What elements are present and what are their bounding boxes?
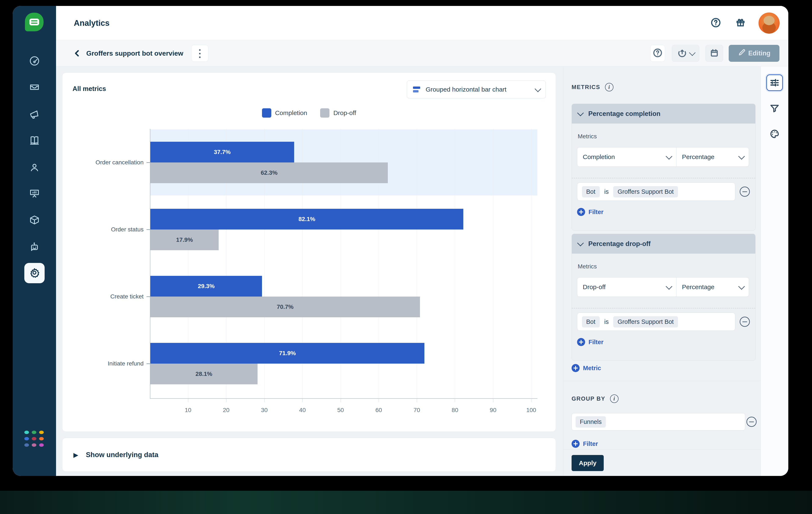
appearance-button[interactable]: [766, 126, 783, 143]
funnel-icon: [769, 103, 780, 114]
add-filter-link[interactable]: Filter: [577, 338, 604, 346]
bar-drop-off[interactable]: 17.9%: [150, 229, 219, 250]
sidebar-item-inbox[interactable]: [28, 81, 41, 94]
axis-tick: [531, 398, 531, 402]
sliders-icon: [769, 77, 780, 89]
date-range-button[interactable]: [705, 45, 723, 62]
add-filter-link[interactable]: Filter: [577, 208, 604, 216]
plus-circle-icon: [572, 440, 580, 448]
plus-circle-icon: [577, 208, 585, 216]
bar-drop-off[interactable]: 62.3%: [150, 163, 388, 183]
metrics-panel: METRICS i Percentage completion Metrics …: [563, 66, 761, 476]
back-button[interactable]: [72, 49, 82, 58]
remove-filter-button[interactable]: [740, 187, 750, 197]
bar-drop-off[interactable]: 28.1%: [150, 364, 258, 384]
show-underlying-data[interactable]: ▶ Show underlying data: [62, 438, 556, 472]
export-icon: [677, 48, 687, 59]
sidebar-item-reports[interactable]: [28, 187, 41, 200]
axis-tick: [226, 398, 227, 402]
report-menu-button[interactable]: [192, 45, 208, 62]
sidebar-item-contacts[interactable]: [28, 161, 41, 174]
avatar[interactable]: [758, 12, 780, 34]
page-title: Analytics: [74, 19, 110, 28]
bar-completion[interactable]: 29.3%: [150, 276, 262, 296]
bar-value-label: 37.7%: [150, 149, 294, 155]
group-by-value-chip[interactable]: Funnels: [576, 416, 606, 427]
metric-select[interactable]: Completion: [577, 147, 676, 167]
filter-field-chip[interactable]: Bot: [582, 316, 600, 327]
filter-field-chip[interactable]: Bot: [582, 186, 600, 197]
app-logo[interactable]: [25, 13, 44, 31]
editing-label: Editing: [748, 50, 770, 57]
aggregation-select[interactable]: Percentage: [676, 277, 749, 297]
chevron-down-icon: [577, 240, 584, 246]
category-tick: [147, 229, 150, 230]
gear-icon: [29, 267, 40, 279]
sidebar-item-settings[interactable]: [24, 263, 45, 283]
bar-completion[interactable]: 82.1%: [150, 209, 463, 229]
divider: [572, 178, 755, 178]
bar-value-label: 62.3%: [150, 169, 388, 176]
help-button[interactable]: [709, 16, 723, 30]
bar-value-label: 17.9%: [150, 236, 219, 243]
chart-type-label: Grouped horizontal bar chart: [426, 86, 530, 93]
group-by-add-filter-link[interactable]: Filter: [572, 440, 598, 448]
app-switcher[interactable]: [24, 431, 45, 449]
filter-condition[interactable]: Bot is Groffers Support Bot: [577, 313, 735, 331]
report-help-button[interactable]: [650, 45, 665, 62]
remove-group-by-button[interactable]: [747, 417, 757, 427]
bar-completion[interactable]: 37.7%: [150, 142, 294, 163]
apply-button[interactable]: Apply: [572, 455, 604, 471]
axis-tick-label: 10: [185, 407, 192, 413]
chart-type-dropdown[interactable]: Grouped horizontal bar chart: [407, 81, 546, 98]
bar-value-label: 29.3%: [150, 283, 262, 290]
sidebar-item-products[interactable]: [28, 213, 41, 227]
filter-operator[interactable]: is: [604, 188, 609, 195]
metrics-header-label: METRICS: [572, 84, 600, 90]
section-header[interactable]: Percentage drop-off: [572, 234, 755, 254]
filters-button[interactable]: [766, 100, 783, 117]
sidebar-item-campaigns[interactable]: [28, 108, 41, 122]
metric-select[interactable]: Drop-off: [577, 277, 676, 297]
legend-item[interactable]: Completion: [262, 108, 307, 118]
category-label: Order status: [111, 226, 144, 233]
remove-filter-button[interactable]: [740, 317, 750, 327]
filter-condition[interactable]: Bot is Groffers Support Bot: [577, 182, 735, 201]
app-grid-dot: [32, 431, 36, 434]
axis-tick-label: 90: [490, 407, 496, 413]
group-by-input[interactable]: Funnels: [572, 413, 745, 430]
metric-section-percentage-drop-off: Percentage drop-off Metrics Drop-off Per…: [572, 234, 756, 361]
chevron-down-icon: [666, 153, 672, 160]
editing-button[interactable]: Editing: [729, 45, 779, 62]
legend-item[interactable]: Drop-off: [320, 108, 356, 118]
axis-tick: [379, 398, 379, 402]
add-metric-link[interactable]: Metric: [572, 364, 601, 372]
configure-metrics-button[interactable]: [766, 75, 783, 91]
export-button[interactable]: [672, 45, 699, 62]
app-grid-dot: [24, 431, 29, 434]
info-icon[interactable]: i: [605, 83, 613, 91]
category-tick: [147, 162, 150, 163]
sidebar-item-dashboard[interactable]: [28, 55, 41, 68]
legend-label: Completion: [275, 109, 307, 117]
axis-tick: [341, 398, 341, 402]
person-icon: [29, 162, 40, 174]
bar-completion[interactable]: 71.9%: [150, 343, 425, 364]
sidebar-item-bots[interactable]: [28, 241, 41, 254]
category-label: Create ticket: [110, 293, 144, 300]
bar-drop-off[interactable]: 70.7%: [150, 296, 420, 317]
presentation-icon: [29, 187, 40, 200]
filter-value-chip[interactable]: Groffers Support Bot: [613, 186, 678, 197]
section-header[interactable]: Percentage completion: [572, 104, 755, 123]
metrics-label: Metrics: [578, 133, 597, 140]
filter-operator[interactable]: is: [604, 318, 609, 325]
gridline: [531, 129, 531, 398]
chevron-down-icon: [689, 50, 695, 56]
info-icon[interactable]: i: [610, 395, 618, 403]
section-title: Percentage completion: [588, 110, 660, 118]
aggregation-select[interactable]: Percentage: [676, 147, 749, 167]
filter-value-chip[interactable]: Groffers Support Bot: [613, 316, 678, 327]
report-toolbar: Groffers support bot overview Editing: [56, 40, 788, 66]
sidebar-item-knowledge-base[interactable]: [28, 134, 41, 147]
whats-new-button[interactable]: [734, 16, 747, 30]
